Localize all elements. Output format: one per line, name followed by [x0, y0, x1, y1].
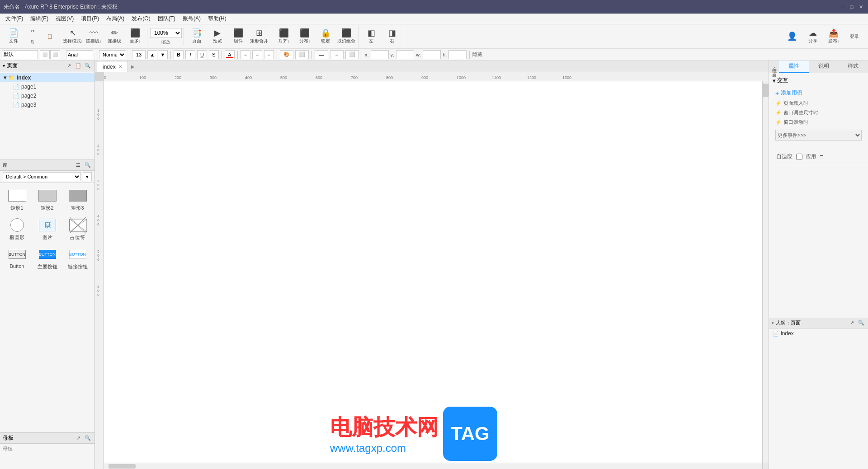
tab-notes[interactable]: 说明 — [809, 61, 839, 73]
font-size-input[interactable] — [132, 50, 146, 59]
horizontal-scrollbar[interactable] — [104, 463, 762, 469]
tab-index[interactable]: index ✕ — [97, 61, 128, 72]
pages-search-icon[interactable]: 🔍 — [84, 62, 92, 70]
connect-button[interactable]: 〰 连接线↓ — [84, 26, 104, 47]
style-name-input[interactable] — [2, 50, 38, 59]
style-action-btn2[interactable]: ⬜ — [50, 50, 60, 59]
pencil-button[interactable]: ✏ 连接线 — [104, 26, 124, 47]
align-left-button[interactable]: ≡ — [241, 50, 250, 59]
strikethrough-button[interactable]: S — [209, 50, 219, 59]
team-button[interactable]: 👤 — [782, 26, 802, 47]
tab-properties[interactable]: 属性 — [779, 61, 809, 73]
font-size-down-btn[interactable]: ▼ — [158, 50, 168, 59]
canvas-container[interactable]: 0 100 200 300 400 500 600 700 800 900 10… — [95, 72, 769, 469]
event-window-resize[interactable]: ⚡ 窗口调整尺寸时 — [773, 108, 864, 117]
select-mode-button[interactable]: ↖ 选择模式↓ — [63, 26, 83, 47]
y-input[interactable] — [396, 50, 414, 59]
widget-placeholder[interactable]: 占位符 — [63, 215, 92, 243]
share-button[interactable]: ⬛ 组件 — [228, 26, 248, 47]
adaptive-settings-icon[interactable]: ≡ — [820, 153, 823, 160]
corner-button[interactable]: ⬜ — [345, 50, 359, 59]
close-button[interactable]: ✕ — [857, 3, 864, 10]
menu-layout[interactable]: 布局(A) — [103, 14, 128, 23]
window-controls[interactable]: ─ □ ✕ — [839, 3, 864, 10]
w-input[interactable] — [423, 50, 441, 59]
page-button[interactable]: 📑 页面 — [187, 26, 207, 47]
widget-rect2[interactable]: 矩形2 — [33, 186, 61, 213]
widgets-filter-select[interactable]: Default > Common — [3, 172, 81, 181]
cloud-share-button[interactable]: ☁ 分享 — [803, 26, 823, 47]
outline-search-icon[interactable]: 🔍 — [857, 319, 865, 327]
lock-button[interactable]: 🔒 锁定 — [316, 26, 335, 47]
menu-help[interactable]: 帮助(H) — [204, 14, 230, 23]
align-center-button[interactable]: ≡ — [252, 50, 262, 59]
adaptive-checkbox[interactable] — [796, 154, 802, 160]
font-size-up-btn[interactable]: ▲ — [147, 50, 157, 59]
maximize-button[interactable]: □ — [848, 3, 855, 10]
pages-collapse-btn[interactable]: ▾ — [3, 63, 5, 68]
merge-button[interactable]: ⊞ 矩形合并 — [249, 26, 269, 47]
hscroll-thumb[interactable] — [108, 464, 136, 469]
page-item-page3[interactable]: 📄 page3 — [0, 100, 94, 109]
widget-rect1[interactable]: 矩形1 — [3, 186, 31, 213]
event-window-scroll[interactable]: ⚡ 窗口滚动时 — [773, 117, 864, 127]
master-search-icon[interactable]: 🔍 — [84, 434, 92, 442]
page-item-page2[interactable]: 📄 page2 — [0, 91, 94, 100]
widget-link[interactable]: BUTTON 链接按钮 — [63, 244, 92, 272]
bring-left-button[interactable]: ◧ 左 — [361, 26, 381, 47]
pages-copy-icon[interactable]: 📋 — [74, 62, 82, 70]
master-expand-icon[interactable]: ↗ — [74, 434, 82, 442]
widgets-menu-icon[interactable]: ☰ — [74, 161, 82, 169]
align-button[interactable]: ⬛ 对齐↓ — [274, 26, 294, 47]
h-input[interactable] — [448, 50, 467, 59]
widgets-filter-btn[interactable]: ▾ — [83, 172, 92, 181]
tab-styles[interactable]: 样式 — [838, 61, 868, 73]
pages-expand-icon[interactable]: ↗ — [65, 62, 73, 70]
font-color-button[interactable]: A — [225, 50, 235, 59]
outline-item-index[interactable]: 📄 index — [769, 328, 868, 338]
widget-primary[interactable]: BUTTON 主要按钮 — [33, 244, 61, 272]
tab-close-index[interactable]: ✕ — [118, 64, 122, 69]
widget-rect3[interactable]: 矩形3 — [63, 186, 92, 213]
publish-button[interactable]: 📤 发布↓ — [824, 26, 844, 47]
vertical-scrollbar[interactable] — [762, 81, 769, 463]
x-input[interactable] — [371, 50, 389, 59]
underline-button[interactable]: U — [197, 50, 207, 59]
cut-button[interactable]: ✂ — [24, 26, 41, 36]
menu-edit[interactable]: 编辑(E) — [27, 14, 52, 23]
page-item-page1[interactable]: 📄 page1 — [0, 82, 94, 91]
font-style-select[interactable]: Normal Bold Italic — [99, 50, 126, 59]
widget-image[interactable]: 🖼 图片 — [33, 215, 61, 243]
widgets-search-icon[interactable]: 🔍 — [84, 161, 92, 169]
vscroll-thumb[interactable] — [763, 84, 769, 97]
menu-team[interactable]: 团队(T) — [154, 14, 179, 23]
menu-project[interactable]: 项目(P) — [77, 14, 103, 23]
login-button[interactable]: 登录 — [844, 26, 864, 47]
menu-publish[interactable]: 发布(O) — [128, 14, 154, 23]
page-item-index[interactable]: ▾ 📁 index — [0, 73, 94, 82]
paste-button[interactable]: 📋 — [42, 26, 58, 47]
menu-account[interactable]: 账号(A) — [179, 14, 204, 23]
bring-right-button[interactable]: ◨ 右 — [382, 26, 402, 47]
copy-button[interactable]: ⎘ — [24, 37, 41, 47]
more-events-select[interactable]: 更多事件>>> — [775, 130, 862, 141]
font-name-input[interactable] — [66, 50, 93, 59]
menu-file[interactable]: 文件(F) — [2, 14, 27, 23]
line-style-button[interactable]: — — [315, 50, 328, 59]
italic-button[interactable]: I — [185, 50, 195, 59]
style-action-btn1[interactable]: ⬜ — [40, 50, 50, 59]
fill-color-button[interactable]: 🎨 — [280, 50, 293, 59]
zoom-select[interactable]: 100% 50% 75% 150% 200% — [150, 28, 182, 38]
bold-button[interactable]: B — [174, 50, 184, 59]
ungroup-button[interactable]: ⬛ 取消组合 — [336, 26, 356, 47]
add-interaction-btn[interactable]: + 添加用例 — [773, 87, 864, 98]
tab-scroll-btn[interactable]: ▶ — [130, 61, 136, 72]
outline-expand-icon[interactable]: ↗ — [848, 319, 856, 327]
canvas[interactable]: 电脑技术网 www.tagxp.com TAG — [104, 81, 769, 469]
menu-view[interactable]: 视图(V) — [52, 14, 77, 23]
widget-button[interactable]: BUTTON Button — [3, 244, 31, 272]
align-right-button[interactable]: ≡ — [264, 50, 274, 59]
preview-button[interactable]: ▶ 预览 — [208, 26, 227, 47]
event-page-load[interactable]: ⚡ 页面载入时 — [773, 98, 864, 108]
line-weight-button[interactable]: ≡ — [330, 50, 344, 59]
